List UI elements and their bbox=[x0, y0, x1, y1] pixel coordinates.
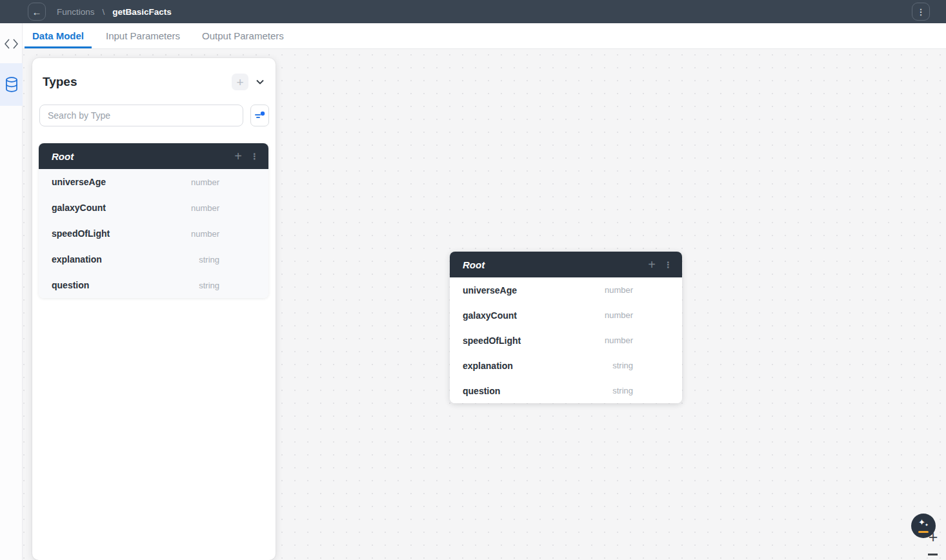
field-row[interactable]: speedOfLight number bbox=[39, 221, 268, 246]
field-row[interactable]: explanation string bbox=[39, 246, 268, 272]
tab-input-parameters[interactable]: Input Parameters bbox=[98, 23, 188, 48]
field-row[interactable]: galaxyCount number bbox=[39, 195, 268, 221]
field-name: question bbox=[463, 386, 500, 396]
types-search-row bbox=[39, 105, 269, 126]
types-panel-title: Types bbox=[43, 75, 232, 89]
breadcrumb-current: getBasicFacts bbox=[112, 7, 172, 17]
field-type: number bbox=[605, 285, 633, 295]
filter-icon bbox=[254, 111, 265, 121]
zoom-out-button[interactable] bbox=[928, 554, 938, 555]
sparkle-small: ✦ bbox=[925, 523, 929, 528]
field-name: explanation bbox=[52, 254, 102, 265]
sidebar-item-data-model[interactable] bbox=[0, 63, 23, 106]
field-name: universeAge bbox=[52, 177, 106, 187]
topbar: ← Functions \ getBasicFacts ⋮ bbox=[0, 0, 946, 23]
field-row[interactable]: universeAge number bbox=[39, 169, 268, 195]
type-card-header[interactable]: Root + ⋮ bbox=[450, 252, 682, 277]
field-name: universeAge bbox=[463, 285, 517, 295]
field-type: number bbox=[191, 229, 219, 239]
field-name: explanation bbox=[463, 361, 513, 371]
field-type: number bbox=[191, 177, 219, 187]
sparkles-icon: ✦ ✦ bbox=[918, 519, 929, 529]
add-type-button[interactable]: + bbox=[232, 74, 248, 90]
field-row[interactable]: explanation string bbox=[450, 353, 682, 378]
field-row[interactable]: speedOfLight number bbox=[450, 328, 682, 353]
sidebar-item-code[interactable] bbox=[0, 30, 23, 58]
field-row[interactable]: question string bbox=[39, 272, 268, 298]
field-type: number bbox=[605, 335, 633, 345]
tabs-bar: Data Model Input Parameters Output Param… bbox=[23, 23, 946, 49]
zoom-in-button[interactable]: + bbox=[925, 529, 941, 545]
tab-data-model[interactable]: Data Model bbox=[25, 23, 92, 48]
filter-button[interactable] bbox=[250, 105, 269, 126]
card-menu-icon[interactable]: ⋮ bbox=[664, 261, 672, 269]
field-type: string bbox=[199, 255, 219, 265]
field-row[interactable]: question string bbox=[450, 378, 682, 403]
type-card-body: universeAge number galaxyCount number sp… bbox=[39, 169, 268, 298]
breadcrumb: Functions \ getBasicFacts bbox=[57, 7, 172, 17]
back-button[interactable]: ← bbox=[28, 3, 46, 21]
type-card-title: Root bbox=[463, 259, 648, 270]
field-name: question bbox=[52, 280, 89, 290]
canvas-type-card-root[interactable]: Root + ⋮ universeAge number galaxyCount … bbox=[450, 252, 682, 403]
panel-type-card-root[interactable]: Root + ⋮ universeAge number galaxyCount … bbox=[39, 143, 268, 298]
left-rail bbox=[0, 23, 23, 560]
field-row[interactable]: galaxyCount number bbox=[450, 303, 682, 328]
topbar-menu-button[interactable]: ⋮ bbox=[912, 3, 930, 21]
back-arrow-icon: ← bbox=[32, 7, 42, 17]
field-type: string bbox=[199, 281, 219, 290]
search-input[interactable] bbox=[39, 105, 243, 126]
types-panel-header: Types + bbox=[39, 74, 269, 90]
type-card-header[interactable]: Root + ⋮ bbox=[39, 143, 268, 169]
card-menu-icon[interactable]: ⋮ bbox=[250, 152, 259, 161]
type-card-title: Root bbox=[52, 151, 234, 162]
chevron-down-icon bbox=[256, 79, 264, 85]
field-name: galaxyCount bbox=[463, 310, 517, 321]
collapse-panel-button[interactable] bbox=[252, 74, 268, 90]
field-type: string bbox=[612, 361, 633, 370]
type-card-body: universeAge number galaxyCount number sp… bbox=[450, 277, 682, 403]
field-name: speedOfLight bbox=[463, 335, 521, 346]
plus-icon: + bbox=[236, 76, 243, 88]
breadcrumb-functions[interactable]: Functions bbox=[57, 7, 95, 17]
type-card-actions: + ⋮ bbox=[648, 258, 672, 271]
field-row[interactable]: universeAge number bbox=[450, 277, 682, 303]
add-field-icon[interactable]: + bbox=[648, 258, 656, 271]
types-panel: Types + Root + ⋮ bbox=[32, 58, 276, 560]
field-type: number bbox=[191, 203, 219, 213]
tab-output-parameters[interactable]: Output Parameters bbox=[194, 23, 292, 48]
database-icon bbox=[5, 77, 18, 92]
breadcrumb-separator: \ bbox=[103, 7, 105, 17]
code-icon bbox=[5, 39, 18, 49]
type-card-actions: + ⋮ bbox=[234, 150, 259, 163]
kebab-icon: ⋮ bbox=[917, 8, 925, 16]
field-name: galaxyCount bbox=[52, 203, 106, 213]
field-type: number bbox=[605, 310, 633, 320]
field-type: string bbox=[612, 386, 633, 395]
field-name: speedOfLight bbox=[52, 228, 110, 239]
add-field-icon[interactable]: + bbox=[234, 150, 242, 163]
